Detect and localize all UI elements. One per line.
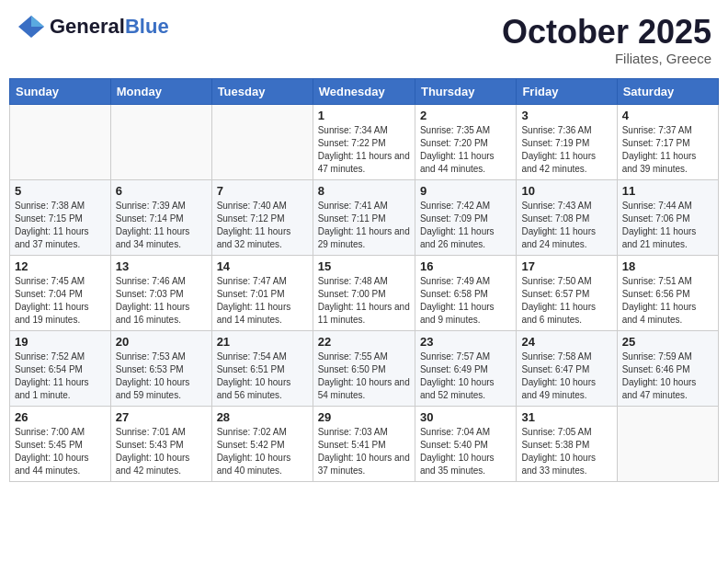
day-info: Sunrise: 7:04 AM Sunset: 5:40 PM Dayligh… <box>420 426 511 477</box>
month-title: October 2025 <box>502 14 711 51</box>
day-info: Sunrise: 7:03 AM Sunset: 5:41 PM Dayligh… <box>318 426 410 477</box>
day-number: 18 <box>622 259 713 273</box>
calendar-week-row: 12Sunrise: 7:45 AM Sunset: 7:04 PM Dayli… <box>10 255 719 330</box>
day-number: 27 <box>116 410 207 424</box>
day-info: Sunrise: 7:39 AM Sunset: 7:14 PM Dayligh… <box>116 200 207 251</box>
day-info: Sunrise: 7:42 AM Sunset: 7:09 PM Dayligh… <box>420 200 511 251</box>
calendar-cell: 4Sunrise: 7:37 AM Sunset: 7:17 PM Daylig… <box>617 104 718 179</box>
weekday-header-monday: Monday <box>110 78 211 104</box>
logo: GeneralBlue <box>17 14 169 40</box>
day-number: 15 <box>318 259 410 273</box>
calendar-cell: 2Sunrise: 7:35 AM Sunset: 7:20 PM Daylig… <box>415 104 516 179</box>
day-info: Sunrise: 7:44 AM Sunset: 7:06 PM Dayligh… <box>622 200 713 251</box>
location-subtitle: Filiates, Greece <box>502 51 711 66</box>
day-info: Sunrise: 7:53 AM Sunset: 6:53 PM Dayligh… <box>116 350 207 402</box>
calendar-cell: 19Sunrise: 7:52 AM Sunset: 6:54 PM Dayli… <box>10 330 111 406</box>
calendar-cell: 14Sunrise: 7:47 AM Sunset: 7:01 PM Dayli… <box>211 255 313 330</box>
calendar-cell <box>10 104 111 179</box>
day-info: Sunrise: 7:46 AM Sunset: 7:03 PM Dayligh… <box>116 275 207 327</box>
day-info: Sunrise: 7:41 AM Sunset: 7:11 PM Dayligh… <box>318 200 410 251</box>
weekday-header-friday: Friday <box>517 78 617 104</box>
calendar-cell: 8Sunrise: 7:41 AM Sunset: 7:11 PM Daylig… <box>313 179 415 255</box>
day-info: Sunrise: 7:00 AM Sunset: 5:45 PM Dayligh… <box>15 426 106 477</box>
day-number: 16 <box>420 259 511 273</box>
day-info: Sunrise: 7:45 AM Sunset: 7:04 PM Dayligh… <box>15 275 106 327</box>
weekday-header-thursday: Thursday <box>415 78 516 104</box>
calendar-cell: 24Sunrise: 7:58 AM Sunset: 6:47 PM Dayli… <box>517 330 617 406</box>
calendar-week-row: 19Sunrise: 7:52 AM Sunset: 6:54 PM Dayli… <box>10 330 719 406</box>
weekday-header-row: SundayMondayTuesdayWednesdayThursdayFrid… <box>10 78 719 104</box>
calendar-cell: 22Sunrise: 7:55 AM Sunset: 6:50 PM Dayli… <box>313 330 415 406</box>
calendar-cell: 30Sunrise: 7:04 AM Sunset: 5:40 PM Dayli… <box>415 406 516 481</box>
day-info: Sunrise: 7:01 AM Sunset: 5:43 PM Dayligh… <box>116 426 207 477</box>
day-info: Sunrise: 7:40 AM Sunset: 7:12 PM Dayligh… <box>217 200 308 251</box>
day-number: 24 <box>521 335 611 349</box>
calendar-cell: 10Sunrise: 7:43 AM Sunset: 7:08 PM Dayli… <box>517 179 617 255</box>
day-number: 4 <box>622 109 713 122</box>
calendar-cell: 23Sunrise: 7:57 AM Sunset: 6:49 PM Dayli… <box>415 330 516 406</box>
day-number: 31 <box>521 410 611 424</box>
day-number: 11 <box>622 184 713 198</box>
day-info: Sunrise: 7:38 AM Sunset: 7:15 PM Dayligh… <box>15 200 106 251</box>
day-number: 13 <box>116 259 207 273</box>
calendar-cell <box>110 104 211 179</box>
calendar-cell: 15Sunrise: 7:48 AM Sunset: 7:00 PM Dayli… <box>313 255 415 330</box>
calendar-cell: 13Sunrise: 7:46 AM Sunset: 7:03 PM Dayli… <box>110 255 211 330</box>
day-number: 21 <box>217 335 308 349</box>
calendar-cell: 20Sunrise: 7:53 AM Sunset: 6:53 PM Dayli… <box>110 330 211 406</box>
calendar-cell: 5Sunrise: 7:38 AM Sunset: 7:15 PM Daylig… <box>10 179 111 255</box>
day-number: 23 <box>420 335 511 349</box>
day-number: 7 <box>217 184 308 198</box>
day-number: 5 <box>15 184 106 198</box>
day-number: 8 <box>318 184 410 198</box>
svg-marker-1 <box>31 16 44 27</box>
weekday-header-saturday: Saturday <box>617 78 718 104</box>
day-info: Sunrise: 7:36 AM Sunset: 7:19 PM Dayligh… <box>521 124 611 176</box>
calendar-cell: 17Sunrise: 7:50 AM Sunset: 6:57 PM Dayli… <box>517 255 617 330</box>
page-header: GeneralBlue October 2025 Filiates, Greec… <box>9 9 719 71</box>
calendar-cell: 21Sunrise: 7:54 AM Sunset: 6:51 PM Dayli… <box>211 330 313 406</box>
day-info: Sunrise: 7:55 AM Sunset: 6:50 PM Dayligh… <box>318 350 410 402</box>
calendar-cell: 27Sunrise: 7:01 AM Sunset: 5:43 PM Dayli… <box>110 406 211 481</box>
calendar-cell: 7Sunrise: 7:40 AM Sunset: 7:12 PM Daylig… <box>211 179 313 255</box>
day-number: 1 <box>318 109 410 122</box>
day-info: Sunrise: 7:47 AM Sunset: 7:01 PM Dayligh… <box>217 275 308 327</box>
logo-general-text: General <box>50 15 125 38</box>
calendar-cell: 9Sunrise: 7:42 AM Sunset: 7:09 PM Daylig… <box>415 179 516 255</box>
day-info: Sunrise: 7:54 AM Sunset: 6:51 PM Dayligh… <box>217 350 308 402</box>
day-number: 30 <box>420 410 511 424</box>
calendar-cell: 12Sunrise: 7:45 AM Sunset: 7:04 PM Dayli… <box>10 255 111 330</box>
calendar-cell: 29Sunrise: 7:03 AM Sunset: 5:41 PM Dayli… <box>313 406 415 481</box>
calendar-week-row: 26Sunrise: 7:00 AM Sunset: 5:45 PM Dayli… <box>10 406 719 481</box>
day-number: 14 <box>217 259 308 273</box>
calendar-cell: 18Sunrise: 7:51 AM Sunset: 6:56 PM Dayli… <box>617 255 718 330</box>
calendar-cell: 25Sunrise: 7:59 AM Sunset: 6:46 PM Dayli… <box>617 330 718 406</box>
calendar-cell: 11Sunrise: 7:44 AM Sunset: 7:06 PM Dayli… <box>617 179 718 255</box>
calendar-cell: 26Sunrise: 7:00 AM Sunset: 5:45 PM Dayli… <box>10 406 111 481</box>
calendar-table: SundayMondayTuesdayWednesdayThursdayFrid… <box>9 78 719 482</box>
calendar-cell <box>211 104 313 179</box>
calendar-cell <box>617 406 718 481</box>
day-number: 2 <box>420 109 511 122</box>
weekday-header-wednesday: Wednesday <box>313 78 415 104</box>
calendar-cell: 31Sunrise: 7:05 AM Sunset: 5:38 PM Dayli… <box>517 406 617 481</box>
day-info: Sunrise: 7:02 AM Sunset: 5:42 PM Dayligh… <box>217 426 308 477</box>
title-block: October 2025 Filiates, Greece <box>502 14 711 66</box>
day-info: Sunrise: 7:58 AM Sunset: 6:47 PM Dayligh… <box>521 350 611 402</box>
day-info: Sunrise: 7:48 AM Sunset: 7:00 PM Dayligh… <box>318 275 410 327</box>
day-info: Sunrise: 7:49 AM Sunset: 6:58 PM Dayligh… <box>420 275 511 327</box>
weekday-header-tuesday: Tuesday <box>211 78 313 104</box>
logo-icon <box>17 14 46 40</box>
calendar-cell: 1Sunrise: 7:34 AM Sunset: 7:22 PM Daylig… <box>313 104 415 179</box>
logo-blue-text: Blue <box>125 15 169 38</box>
day-number: 3 <box>521 109 611 122</box>
calendar-cell: 16Sunrise: 7:49 AM Sunset: 6:58 PM Dayli… <box>415 255 516 330</box>
calendar-week-row: 1Sunrise: 7:34 AM Sunset: 7:22 PM Daylig… <box>10 104 719 179</box>
day-number: 28 <box>217 410 308 424</box>
day-number: 9 <box>420 184 511 198</box>
day-number: 17 <box>521 259 611 273</box>
day-number: 12 <box>15 259 106 273</box>
day-number: 20 <box>116 335 207 349</box>
day-info: Sunrise: 7:43 AM Sunset: 7:08 PM Dayligh… <box>521 200 611 251</box>
calendar-cell: 28Sunrise: 7:02 AM Sunset: 5:42 PM Dayli… <box>211 406 313 481</box>
